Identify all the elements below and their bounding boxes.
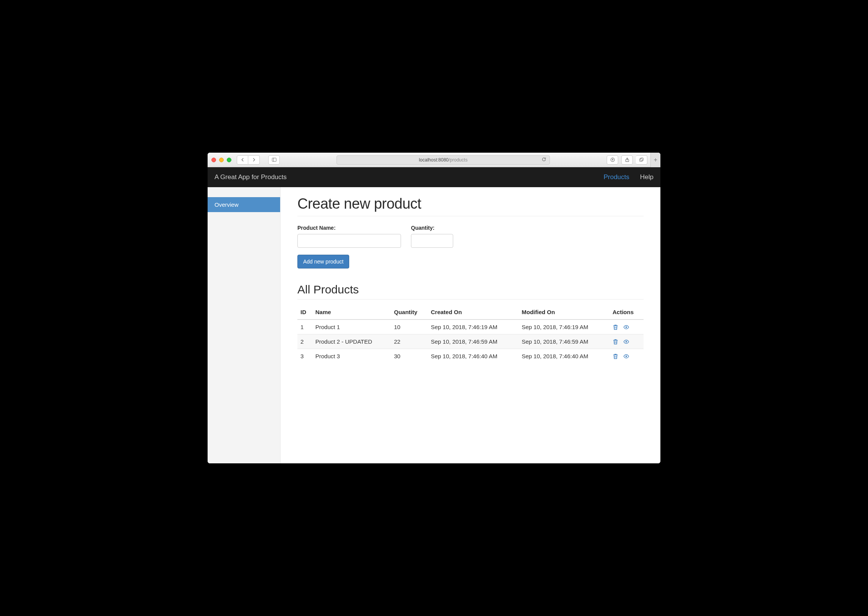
trash-icon[interactable] [612, 353, 619, 359]
svg-point-7 [625, 341, 627, 343]
product-name-input[interactable] [297, 234, 401, 248]
cell-id: 3 [297, 349, 312, 364]
browser-window: localhost:8080/products + A Great App fo… [208, 153, 660, 463]
table-row: 2Product 2 - UPDATED22Sep 10, 2018, 7:46… [297, 334, 644, 349]
cell-created: Sep 10, 2018, 7:46:59 AM [428, 334, 519, 349]
cell-name: Product 3 [312, 349, 391, 364]
app-brand[interactable]: A Great App for Products [215, 173, 287, 181]
cell-actions [609, 349, 644, 364]
svg-point-8 [625, 356, 627, 357]
trash-icon[interactable] [612, 339, 619, 345]
cell-modified: Sep 10, 2018, 7:46:59 AM [519, 334, 610, 349]
titlebar-right [607, 155, 647, 165]
cell-modified: Sep 10, 2018, 7:46:40 AM [519, 349, 610, 364]
quantity-input[interactable] [411, 234, 453, 248]
table-row: 1Product 110Sep 10, 2018, 7:46:19 AMSep … [297, 320, 644, 334]
nav-link-products[interactable]: Products [604, 173, 629, 181]
reload-icon[interactable] [541, 157, 546, 163]
create-form: Product Name: Quantity: [297, 225, 644, 248]
svg-rect-0 [272, 158, 276, 161]
trash-icon[interactable] [612, 324, 619, 330]
cell-actions [609, 334, 644, 349]
svg-rect-5 [640, 158, 643, 161]
app-navbar: A Great App for Products Products Help [208, 167, 660, 187]
cell-actions [609, 320, 644, 334]
svg-point-6 [625, 326, 627, 328]
cell-name: Product 2 - UPDATED [312, 334, 391, 349]
products-table: ID Name Quantity Created On Modified On … [297, 305, 644, 363]
cell-id: 2 [297, 334, 312, 349]
col-quantity: Quantity [391, 305, 428, 320]
nav-links: Products Help [604, 173, 653, 181]
table-row: 3Product 330Sep 10, 2018, 7:46:40 AMSep … [297, 349, 644, 364]
sidebar-item-overview[interactable]: Overview [208, 197, 280, 212]
window-controls [211, 158, 231, 162]
cell-quantity: 10 [391, 320, 428, 334]
cell-modified: Sep 10, 2018, 7:46:19 AM [519, 320, 610, 334]
nav-link-help[interactable]: Help [640, 173, 653, 181]
cell-quantity: 22 [391, 334, 428, 349]
url-host: localhost:8080 [419, 157, 449, 163]
eye-icon[interactable] [623, 353, 629, 359]
form-group-name: Product Name: [297, 225, 401, 248]
page-title: Create new product [297, 196, 644, 216]
col-id: ID [297, 305, 312, 320]
all-products-title: All Products [297, 283, 644, 300]
app-body: Overview Create new product Product Name… [208, 187, 660, 463]
col-modified: Modified On [519, 305, 610, 320]
form-group-quantity: Quantity: [411, 225, 453, 248]
cell-created: Sep 10, 2018, 7:46:40 AM [428, 349, 519, 364]
label-product-name: Product Name: [297, 225, 401, 231]
downloads-button[interactable] [607, 155, 618, 165]
col-name: Name [312, 305, 391, 320]
share-button[interactable] [621, 155, 633, 165]
tabs-button[interactable] [636, 155, 647, 165]
svg-rect-4 [640, 159, 642, 161]
address-bar[interactable]: localhost:8080/products [337, 155, 550, 165]
zoom-window-button[interactable] [227, 158, 231, 162]
close-window-button[interactable] [211, 158, 216, 162]
nav-back-forward [237, 155, 260, 165]
cell-created: Sep 10, 2018, 7:46:19 AM [428, 320, 519, 334]
forward-button[interactable] [248, 155, 260, 165]
label-quantity: Quantity: [411, 225, 453, 231]
sidebar-toggle-button[interactable] [268, 155, 280, 165]
eye-icon[interactable] [623, 339, 629, 345]
cell-quantity: 30 [391, 349, 428, 364]
new-tab-button[interactable]: + [650, 153, 660, 167]
col-created: Created On [428, 305, 519, 320]
url-path: /products [449, 157, 467, 163]
back-button[interactable] [237, 155, 248, 165]
eye-icon[interactable] [623, 324, 629, 330]
add-product-button[interactable]: Add new product [297, 255, 349, 268]
cell-id: 1 [297, 320, 312, 334]
sidebar: Overview [208, 187, 281, 463]
minimize-window-button[interactable] [219, 158, 224, 162]
cell-name: Product 1 [312, 320, 391, 334]
browser-titlebar: localhost:8080/products + [208, 153, 660, 167]
main-content: Create new product Product Name: Quantit… [281, 187, 660, 463]
col-actions: Actions [609, 305, 644, 320]
